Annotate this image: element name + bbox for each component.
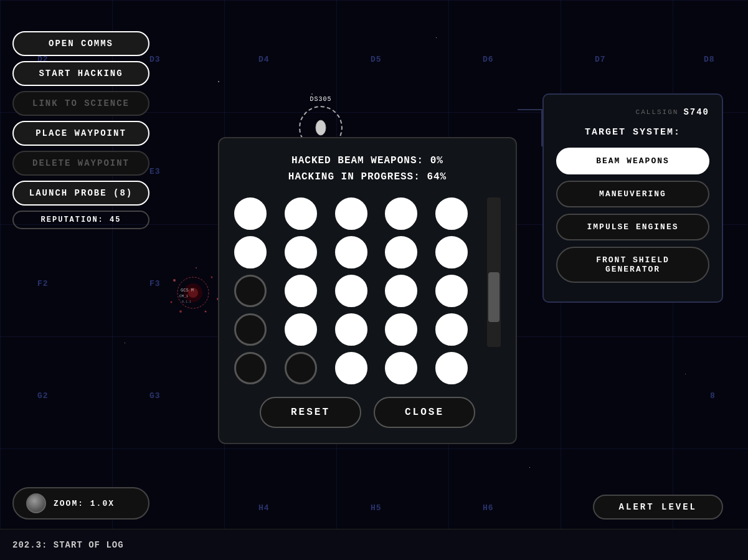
grid-cell-1-0[interactable] [234,236,267,268]
target-maneuvering[interactable]: MANEUVERING [556,181,709,207]
grid-cell-2-2[interactable] [335,275,367,307]
grid-cell-0-1[interactable] [285,197,317,230]
delete-waypoint-button: DELETE WAYPOINT [12,151,149,176]
grid-cell-1-3[interactable] [385,236,417,268]
right-panel: CALLSIGN S740 TARGET SYSTEM: BEAM WEAPON… [542,93,723,303]
callsign-bar: CALLSIGN S740 [556,107,709,117]
alert-level-button[interactable]: ALERT LEVEL [593,495,723,520]
grid-cell-0-2[interactable] [335,197,367,230]
svg-point-10 [205,311,207,313]
svg-point-8 [196,267,197,268]
log-text: 202.3: START OF LOG [12,540,124,550]
target-system-label: TARGET SYSTEM: [556,127,709,138]
modal-status: HACKED BEAM WEAPONS: 0% HACKING IN PROGR… [234,153,501,185]
grid-cell-0-4[interactable] [435,197,468,230]
grid-cell-2-4[interactable] [435,275,468,307]
open-comms-button[interactable]: OPEN COMMS [12,31,149,56]
zoom-label: ZOOM: 1.0X [54,499,115,508]
grid-cell-4-2[interactable] [335,352,367,384]
hacking-modal: HACKED BEAM WEAPONS: 0% HACKING IN PROGR… [218,137,517,444]
grid-cell-3-1[interactable] [285,313,317,346]
start-hacking-button[interactable]: START HACKING [12,61,149,86]
ship-icon [308,115,333,140]
hack-grid [234,197,480,384]
svg-text:0.1.1: 0.1.1 [182,300,191,304]
target-beam-weapons[interactable]: BEAM WEAPONS [556,148,709,174]
launch-probe-button[interactable]: LAUNCH PROBE (8) [12,181,149,206]
reset-button[interactable]: RESET [260,397,361,428]
callsign-value: S740 [683,107,709,117]
zoom-knob[interactable] [26,493,46,513]
svg-point-5 [211,277,213,278]
svg-text:GCS M: GCS M [181,288,194,293]
modal-buttons: RESET CLOSE [234,397,501,428]
grid-cell-4-3[interactable] [385,352,417,384]
close-button[interactable]: CLOSE [374,397,475,428]
svg-point-0 [316,120,326,135]
target-front-shield-generator[interactable]: FRONT SHIELD GENERATOR [556,247,709,283]
ship-label: DS305 [310,96,331,103]
target-impulse-engines[interactable]: IMPULSE ENGINES [556,214,709,240]
grid-cell-1-4[interactable] [435,236,468,268]
modal-grid-area [234,197,501,384]
svg-point-9 [179,310,182,313]
grid-cell-4-1[interactable] [285,352,317,384]
svg-point-4 [173,279,176,282]
left-sidebar: OPEN COMMS START HACKING LINK TO SCIENCE… [12,31,149,229]
grid-cell-2-0[interactable] [234,275,267,307]
bottom-bar: 202.3: START OF LOG [0,529,748,560]
scroll-thumb[interactable] [488,272,499,322]
zoom-control[interactable]: ZOOM: 1.0X [12,487,149,520]
grid-cell-0-3[interactable] [385,197,417,230]
reputation-display: REPUTATION: 45 [12,211,149,229]
grid-cell-3-0[interactable] [234,313,267,346]
grid-cell-1-2[interactable] [335,236,367,268]
grid-cell-2-3[interactable] [385,275,417,307]
place-waypoint-button[interactable]: PLACE WAYPOINT [12,121,149,146]
grid-cell-3-2[interactable] [335,313,367,346]
grid-cell-3-4[interactable] [435,313,468,346]
scroll-track[interactable] [487,197,501,347]
grid-cell-4-0[interactable] [234,352,267,384]
grid-cell-2-1[interactable] [285,275,317,307]
grid-cell-3-3[interactable] [385,313,417,346]
svg-point-7 [171,301,173,303]
grid-cell-0-0[interactable] [234,197,267,230]
stat2-text: HACKING IN PROGRESS: 64% [234,169,501,186]
grid-cell-1-1[interactable] [285,236,317,268]
svg-text:CM_1: CM_1 [179,294,189,298]
stat1-text: HACKED BEAM WEAPONS: 0% [234,153,501,169]
panel-line-h [518,109,542,110]
callsign-label: CALLSIGN [636,108,679,116]
link-to-science-button: LINK TO SCIENCE [12,91,149,116]
grid-cell-4-4[interactable] [435,352,468,384]
